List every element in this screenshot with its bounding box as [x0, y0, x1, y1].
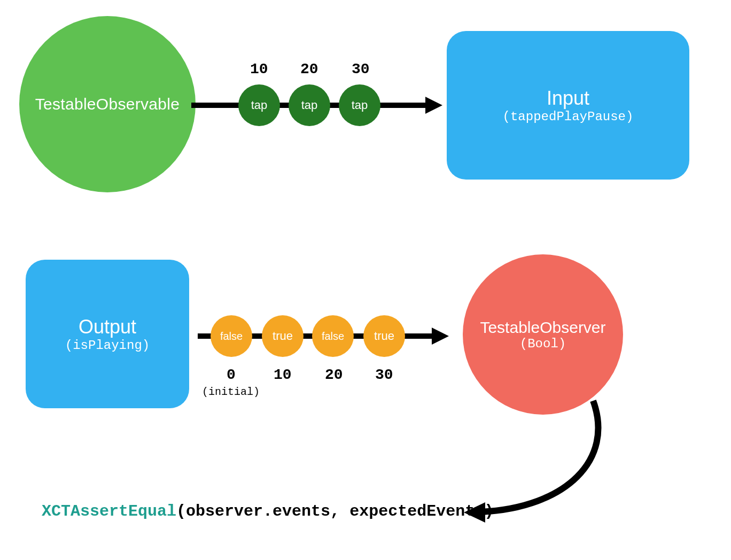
testable-observer-subtitle: (Bool)	[520, 337, 566, 351]
input-box-title: Input	[547, 87, 589, 110]
paren-open: (	[65, 338, 73, 353]
paren-close: )	[558, 337, 566, 351]
bool-event-4-label: true	[374, 329, 394, 343]
bool-event-2: true	[262, 315, 304, 357]
assertion-arg1: observer.events	[186, 502, 330, 520]
testable-observer-title: TestableObserver	[480, 318, 605, 337]
input-param: tappedPlayPause	[510, 110, 626, 124]
bool-event-3-label: false	[322, 330, 344, 343]
bool-event-1: false	[211, 315, 252, 357]
assertion-close: )	[484, 502, 494, 520]
top-time-3: 30	[352, 61, 370, 77]
bottom-time-3: 30	[375, 367, 393, 383]
assertion-fn: XCTAssertEqual	[42, 502, 176, 520]
assertion-open: (	[176, 502, 186, 520]
bool-event-2-label: true	[273, 329, 293, 343]
diagram-stage: TestableObservable Input (tappedPlayPaus…	[0, 0, 731, 560]
tap-event-2-label: tap	[301, 98, 318, 112]
assertion-code: XCTAssertEqual(observer.events, expected…	[42, 502, 494, 520]
bottom-arrow-head-icon	[432, 328, 449, 345]
output-box-subtitle: (isPlaying)	[65, 338, 150, 353]
bool-event-3: false	[312, 315, 354, 357]
testable-observable-label: TestableObservable	[35, 95, 180, 113]
top-time-1: 10	[250, 61, 268, 77]
output-box-title: Output	[79, 316, 136, 338]
output-box: Output (isPlaying)	[26, 260, 189, 408]
assertion-arg2: expectedEvents	[349, 502, 484, 520]
testable-observable-circle: TestableObservable	[19, 16, 196, 192]
paren-open: (	[520, 337, 527, 351]
tap-event-2: tap	[289, 84, 330, 126]
bool-event-1-label: false	[220, 330, 243, 343]
observer-param: Bool	[527, 337, 558, 351]
bottom-time-1: 10	[274, 367, 292, 383]
bottom-initial-note: (initial)	[202, 386, 260, 398]
tap-event-1: tap	[238, 84, 280, 126]
tap-event-3: tap	[339, 84, 380, 126]
bottom-time-0: 0	[227, 367, 236, 383]
tap-event-3-label: tap	[352, 98, 368, 112]
assertion-sep: ,	[330, 502, 349, 520]
top-arrow-head-icon	[425, 97, 442, 114]
bool-event-4: true	[363, 315, 405, 357]
paren-close: )	[142, 338, 150, 353]
tap-event-1-label: tap	[251, 98, 268, 112]
paren-open: (	[503, 110, 510, 124]
input-box-subtitle: (tappedPlayPause)	[503, 110, 634, 124]
top-time-2: 20	[300, 61, 318, 77]
bottom-time-2: 20	[325, 367, 343, 383]
testable-observer-circle: TestableObserver (Bool)	[463, 254, 623, 415]
input-box: Input (tappedPlayPause)	[447, 31, 689, 180]
paren-close: )	[626, 110, 633, 124]
output-param: isPlaying	[73, 338, 142, 353]
